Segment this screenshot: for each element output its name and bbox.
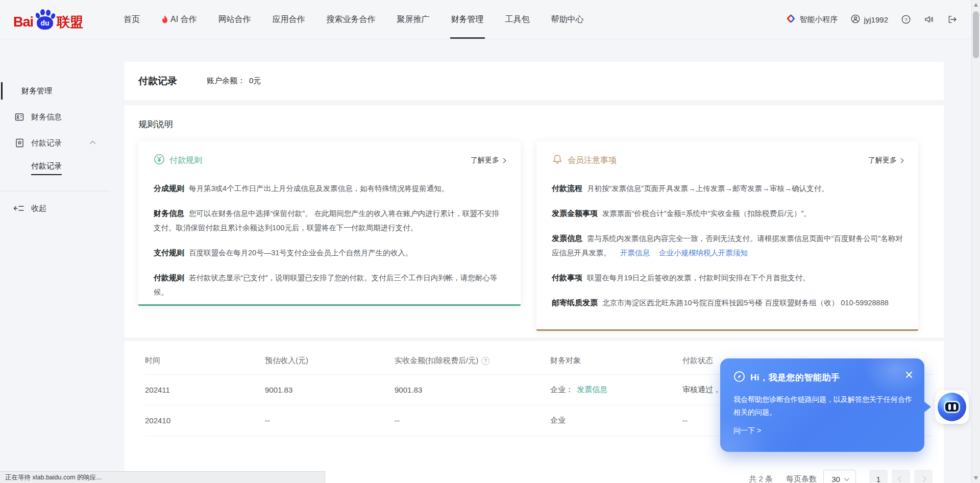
cell-actual: 9001.83 <box>395 385 550 394</box>
rule-item: 支付规则百度联盟会在每月20号—31号支付企业会员上个自然月产生的收入。 <box>154 246 505 260</box>
main-nav: 首页 AI 合作 网站合作 应用合作 搜索业务合作 聚屏推广 财务管理 工具包 … <box>113 0 595 39</box>
help-icon[interactable]: ? <box>901 15 911 24</box>
status-text: 正在等待 xlab.baidu.com 的响应... <box>5 473 102 482</box>
certificate-icon <box>14 138 24 148</box>
flame-icon <box>161 15 168 24</box>
baidu-paw-icon: du <box>34 8 56 31</box>
assistant-popup: Hi，我是您的智能助手 我会帮助您诊断合作链路问题，以及解答您关于任何合作相关的… <box>720 358 924 452</box>
rules-title: 规则说明 <box>138 118 930 130</box>
nav-search-cooperation[interactable]: 搜索业务合作 <box>316 0 386 39</box>
close-icon[interactable] <box>905 371 913 379</box>
assistant-robot-button[interactable] <box>935 390 969 424</box>
top-header: Bai du 联盟 首页 AI 合作 网站合作 应用合作 搜索业务合作 聚屏推广… <box>0 0 971 39</box>
announcement-speaker-icon[interactable] <box>924 15 934 24</box>
scroll-up-arrow-icon[interactable] <box>974 3 978 7</box>
sidebar-item-finance-info[interactable]: 财务信息 <box>0 107 125 127</box>
scroll-down-arrow-icon[interactable] <box>974 476 978 480</box>
rules-panel: 规则说明 付款规则 了解更多 分成规则每月第 <box>125 105 944 337</box>
nav-home[interactable]: 首页 <box>113 0 151 39</box>
sidebar-section-finance-management[interactable]: 财务管理 <box>0 81 125 101</box>
per-page-label: 每页条数 <box>786 474 817 483</box>
rule-item: 付款事项联盟在每月19日之后签收的发票，付款时间安排在下个月首批支付。 <box>552 271 903 285</box>
svg-text:?: ? <box>904 17 908 22</box>
rule-item: 付款流程月初按“发票信息”页面开具发票→上传发票→邮寄发票→审核→确认支付。 <box>552 181 903 196</box>
scrollbar-thumb[interactable] <box>973 11 979 58</box>
card-title: 付款规则 <box>169 155 202 166</box>
nav-website-cooperation[interactable]: 网站合作 <box>208 0 262 39</box>
cell-time: 202411 <box>145 385 265 394</box>
total-count: 共 2 条 <box>749 474 773 483</box>
assistant-title: Hi，我是您的智能助手 <box>750 372 840 383</box>
logo-text-du: du <box>37 16 53 30</box>
browser-status-bubble: 正在等待 xlab.baidu.com 的响应... <box>0 471 325 483</box>
cell-entity: 企业： 发票信息 <box>550 385 682 395</box>
chevron-up-icon[interactable] <box>90 141 95 147</box>
cell-estimate: 9001.83 <box>265 385 395 394</box>
assistant-message: 我会帮助您诊断合作链路问题，以及解答您关于任何合作相关的问题。 <box>733 393 913 419</box>
cell-time: 202410 <box>145 416 265 425</box>
rule-item: 分成规则每月第3或4个工作日产出上月分成信息及发票信息，如有特殊情况将提前通知。 <box>154 181 505 196</box>
page-number-button[interactable]: 1 <box>869 470 888 483</box>
rule-item: 付款规则若付款状态显示“已支付”，说明联盟已安排了您的付款。支付后三个工作日内到… <box>154 271 505 299</box>
help-tooltip-icon[interactable]: ? <box>481 357 489 365</box>
page-title: 付款记录 <box>138 75 177 88</box>
prev-page-button[interactable] <box>892 470 910 483</box>
chevron-left-icon <box>898 476 903 481</box>
balance-label: 账户余额： <box>207 76 245 85</box>
baidu-union-logo[interactable]: Bai du 联盟 <box>13 8 83 31</box>
balance-value: 0元 <box>249 76 261 85</box>
logout-icon[interactable] <box>947 15 957 24</box>
account-balance: 账户余额：0元 <box>207 76 261 86</box>
next-page-button[interactable] <box>914 470 933 483</box>
nav-app-cooperation[interactable]: 应用合作 <box>262 0 316 39</box>
rule-item: 发票信息需与系统内发票信息内容完全一致，否则无法支付。请根据发票信息页面中“百度… <box>552 231 903 260</box>
sidebar: 财务管理 财务信息 付款记录 付款记录 <box>0 39 125 483</box>
chevron-down-icon <box>844 476 849 481</box>
user-icon <box>851 14 860 25</box>
small-taxpayer-notice-link[interactable]: 企业小规模纳税人开票须知 <box>659 249 748 257</box>
robot-face-icon <box>938 393 966 421</box>
nav-help-center[interactable]: 帮助中心 <box>541 0 595 39</box>
ask-now-link[interactable]: 问一下 > <box>733 426 911 436</box>
id-card-icon <box>14 112 24 122</box>
pagination: 共 2 条 每页条数 30 1 <box>749 470 933 483</box>
vertical-scrollbar[interactable] <box>971 0 980 483</box>
nav-toolkit[interactable]: 工具包 <box>495 0 541 39</box>
payment-rules-card: 付款规则 了解更多 分成规则每月第3或4个工作日产出上月分成信息及发票信息，如有… <box>138 141 521 306</box>
page-titlebar: 付款记录 账户余额：0元 <box>125 62 944 100</box>
nav-ai-cooperation[interactable]: AI 合作 <box>151 0 208 39</box>
invoice-info-table-link[interactable]: 发票信息 <box>577 385 607 395</box>
user-account[interactable]: jyj1992 <box>851 14 888 25</box>
learn-more-link[interactable]: 了解更多 <box>868 156 903 165</box>
sidebar-item-payment-record[interactable]: 付款记录 <box>0 133 125 153</box>
col-header-finance-entity: 财务对象 <box>550 356 682 366</box>
per-page-select[interactable]: 30 <box>823 470 856 483</box>
card-title: 会员注意事项 <box>568 155 617 166</box>
sidebar-collapse-button[interactable]: 收起 <box>0 199 125 218</box>
logo-text-bai: Bai <box>13 15 33 31</box>
header-right-cluster: 智能小程序 jyj1992 ? <box>786 0 957 39</box>
col-header-actual-amount: 实收金额(扣除税费后/元) ? <box>395 356 550 366</box>
smart-miniapp-link[interactable]: 智能小程序 <box>786 14 838 25</box>
sidebar-subitem-payment-record[interactable]: 付款记录 <box>0 159 125 177</box>
nav-screen-promotion[interactable]: 聚屏推广 <box>386 0 440 39</box>
diamond-icon <box>786 14 796 25</box>
cell-estimate: -- <box>265 416 395 425</box>
collapse-icon <box>13 203 24 213</box>
nav-finance-management[interactable]: 财务管理 <box>440 0 495 39</box>
sidebar-divider <box>0 191 110 191</box>
arrow-right-icon <box>899 158 904 163</box>
compass-icon <box>733 371 745 384</box>
invoice-info-link[interactable]: 开票信息 <box>620 249 650 257</box>
bell-icon <box>552 154 563 167</box>
cell-actual: -- <box>395 416 550 425</box>
chevron-right-icon <box>920 476 926 481</box>
learn-more-link[interactable]: 了解更多 <box>471 156 505 165</box>
rule-item: 邮寄纸质发票北京市海淀区西北旺东路10号院百度科技园5号楼 百度联盟财务组（收）… <box>552 296 903 310</box>
rule-item: 发票金额事项发票票面“价税合计”金额=系统中“实收金额（扣除税费后/元）”。 <box>552 206 903 221</box>
arrow-right-icon <box>501 158 506 163</box>
rule-item: 财务信息您可以在财务信息中选择“保留付款”。 在此期间您产生的收入将在账户内进行… <box>154 206 505 235</box>
col-header-time: 时间 <box>145 356 265 366</box>
logo-text-union: 联盟 <box>57 15 83 31</box>
col-header-estimated-income: 预估收入(元) <box>265 356 395 366</box>
